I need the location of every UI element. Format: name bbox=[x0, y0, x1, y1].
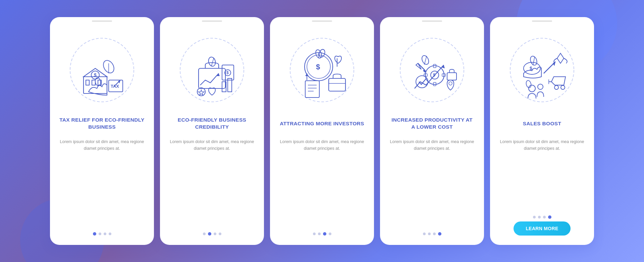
svg-marker-26 bbox=[198, 90, 204, 95]
card-3-body: Lorem ipsum dolor sit dim amet, mea regi… bbox=[279, 138, 365, 152]
sales-boost-icon: $ bbox=[505, 33, 579, 107]
svg-rect-16 bbox=[199, 68, 225, 88]
dot-3[interactable] bbox=[104, 233, 106, 235]
card-4-illustration: $ bbox=[395, 33, 469, 107]
card-3-title: ATTRACTING MORE INVESTORS bbox=[280, 114, 364, 134]
dot-4[interactable] bbox=[219, 233, 221, 235]
card-5-illustration: $ bbox=[505, 33, 579, 107]
dot-1[interactable] bbox=[533, 216, 536, 218]
dot-2[interactable] bbox=[99, 233, 101, 235]
dot-2[interactable] bbox=[318, 233, 321, 235]
svg-rect-35 bbox=[329, 78, 345, 91]
dot-4[interactable] bbox=[548, 215, 551, 219]
productivity-icon: $ bbox=[395, 33, 469, 107]
credibility-icon: $ bbox=[175, 33, 249, 107]
card-5-dots bbox=[533, 212, 551, 219]
card-1-dots bbox=[93, 229, 111, 236]
dot-1[interactable] bbox=[313, 233, 316, 235]
dot-3[interactable] bbox=[323, 232, 326, 236]
tax-relief-icon: $ TAX bbox=[65, 33, 139, 107]
dot-3[interactable] bbox=[433, 233, 436, 235]
dot-2[interactable] bbox=[538, 216, 541, 218]
svg-rect-2 bbox=[86, 80, 89, 85]
svg-point-15 bbox=[180, 38, 244, 102]
svg-point-0 bbox=[70, 38, 134, 102]
svg-text:$: $ bbox=[433, 73, 435, 77]
svg-rect-3 bbox=[92, 80, 95, 85]
dot-4[interactable] bbox=[329, 233, 331, 235]
svg-point-43 bbox=[400, 38, 464, 102]
svg-point-27 bbox=[290, 38, 354, 102]
dot-1[interactable] bbox=[423, 233, 426, 235]
card-5-body: Lorem ipsum dolor sit dim amet, mea regi… bbox=[499, 138, 585, 152]
svg-text:$: $ bbox=[316, 63, 320, 71]
dot-3[interactable] bbox=[214, 233, 216, 235]
svg-text:$: $ bbox=[226, 70, 229, 75]
card-1-title: TAX RELIEF FOR ECO-FRIENDLY BUSINESS bbox=[59, 114, 145, 134]
svg-marker-42 bbox=[305, 73, 309, 76]
svg-text:TAX: TAX bbox=[111, 84, 119, 89]
dot-1[interactable] bbox=[203, 233, 206, 235]
card-3-illustration: $ bbox=[285, 33, 359, 107]
card-investors: $ AT bbox=[270, 17, 374, 245]
card-2-body: Lorem ipsum dolor sit dim amet, mea regi… bbox=[169, 138, 255, 152]
card-credibility: $ ECO-FRIENDLY BUSINESS CREDIBILITY Lore… bbox=[160, 17, 264, 245]
dot-2[interactable] bbox=[428, 233, 431, 235]
card-tax-relief: $ TAX TAX RELIEF FOR ECO-FRIENDLY BUSINE… bbox=[50, 17, 154, 245]
svg-point-56 bbox=[449, 82, 452, 85]
card-4-dots bbox=[423, 229, 441, 236]
card-2-illustration: $ bbox=[175, 33, 249, 107]
dot-4[interactable] bbox=[109, 233, 111, 235]
card-1-body: Lorem ipsum dolor sit dim amet, mea regi… bbox=[59, 138, 145, 152]
svg-point-71 bbox=[561, 85, 565, 89]
cards-container: $ TAX TAX RELIEF FOR ECO-FRIENDLY BUSINE… bbox=[37, 7, 607, 255]
svg-point-55 bbox=[416, 76, 428, 88]
dot-3[interactable] bbox=[543, 216, 546, 218]
card-sales-boost: $ bbox=[490, 17, 594, 245]
card-1-illustration: $ TAX bbox=[65, 33, 139, 107]
dot-4[interactable] bbox=[438, 232, 441, 236]
svg-rect-59 bbox=[447, 73, 457, 80]
svg-line-64 bbox=[533, 57, 535, 65]
svg-point-67 bbox=[529, 85, 535, 92]
dot-1[interactable] bbox=[93, 232, 96, 236]
card-2-title: ECO-FRIENDLY BUSINESS CREDIBILITY bbox=[169, 114, 255, 134]
svg-point-17 bbox=[208, 56, 217, 67]
svg-text:$: $ bbox=[94, 72, 97, 78]
svg-point-68 bbox=[538, 84, 543, 89]
card-4-body: Lorem ipsum dolor sit dim amet, mea regi… bbox=[389, 138, 475, 152]
svg-line-58 bbox=[424, 56, 427, 65]
card-productivity: $ INCREASED PRODUCTIVITY AT A LOWER COST bbox=[380, 17, 484, 245]
card-5-title: SALES BOOST bbox=[523, 114, 561, 134]
card-3-dots bbox=[313, 229, 331, 236]
svg-rect-37 bbox=[305, 81, 319, 97]
svg-point-70 bbox=[554, 85, 558, 89]
card-4-title: INCREASED PRODUCTIVITY AT A LOWER COST bbox=[389, 114, 475, 134]
dot-2[interactable] bbox=[208, 232, 211, 236]
investors-icon: $ bbox=[285, 33, 359, 107]
learn-more-button[interactable]: LEARN MORE bbox=[514, 221, 570, 236]
card-2-dots bbox=[203, 229, 221, 236]
